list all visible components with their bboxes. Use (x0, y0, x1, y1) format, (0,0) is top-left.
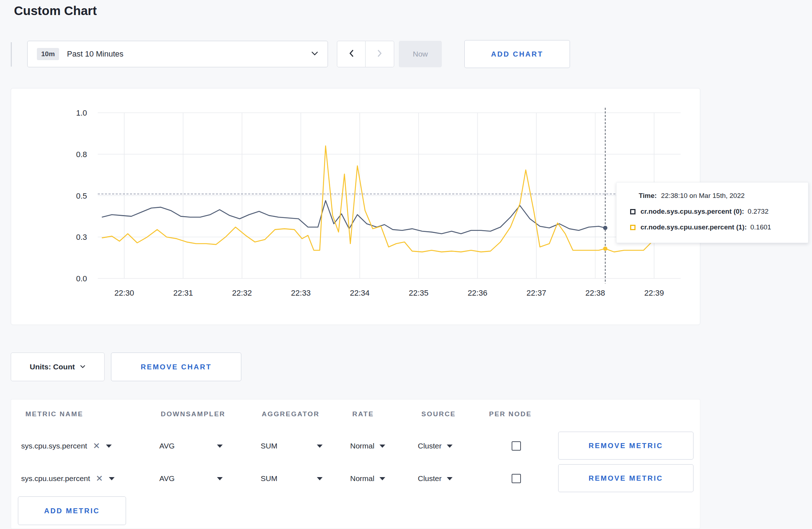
svg-text:22:37: 22:37 (527, 288, 546, 297)
page-title: Custom Chart (14, 4, 97, 18)
metric-name-value: sys.cpu.user.percent (21, 474, 90, 483)
tooltip-series-row: cr.node.sys.cpu.user.percent (1): 0.1601 (617, 223, 808, 231)
rate-value: Normal (350, 442, 374, 450)
downsampler-select[interactable]: AVG (159, 432, 223, 460)
rate-value: Normal (350, 474, 374, 483)
aggregator-select[interactable]: SUM (261, 464, 323, 493)
table-row: sys.cpu.user.percent ✕ AVG SUM Normal Cl… (11, 464, 700, 493)
svg-text:22:38: 22:38 (585, 288, 605, 297)
chart-tooltip: Time: 22:38:10 on Mar 15th, 2022 cr.node… (616, 182, 808, 243)
downsampler-value: AVG (159, 474, 175, 483)
svg-text:0.3: 0.3 (76, 233, 87, 242)
chevron-down-icon (311, 51, 318, 57)
per-node-cell (512, 432, 521, 460)
units-dropdown[interactable]: Units: Count (11, 353, 105, 381)
per-node-checkbox[interactable] (512, 441, 521, 451)
time-range-dropdown[interactable]: 10m Past 10 Minutes (27, 41, 328, 67)
time-next-button[interactable] (366, 41, 394, 67)
caret-down-icon (106, 445, 112, 448)
source-select[interactable]: Cluster (418, 464, 453, 493)
metrics-table: METRIC NAME DOWNSAMPLER AGGREGATOR RATE … (11, 399, 700, 529)
sys-series-swatch-icon (630, 209, 635, 214)
time-range-label: Past 10 Minutes (67, 49, 311, 59)
metric-name-select[interactable]: sys.cpu.user.percent ✕ (21, 464, 115, 493)
svg-text:1.0: 1.0 (76, 108, 87, 117)
clear-metric-icon[interactable]: ✕ (93, 442, 100, 450)
caret-down-icon (380, 445, 385, 448)
svg-text:22:31: 22:31 (173, 288, 193, 297)
col-header-downsampler: DOWNSAMPLER (161, 410, 226, 418)
svg-text:22:30: 22:30 (114, 288, 134, 297)
tooltip-time-value: 22:38:10 on Mar 15th, 2022 (661, 192, 744, 200)
svg-text:0.8: 0.8 (76, 150, 87, 159)
rate-select[interactable]: Normal (350, 464, 385, 493)
tooltip-time-row: Time: 22:38:10 on Mar 15th, 2022 (617, 192, 808, 200)
caret-down-icon (447, 477, 453, 480)
tooltip-sys-label: cr.node.sys.cpu.sys.percent (0): (641, 208, 744, 215)
source-value: Cluster (418, 474, 442, 483)
caret-down-icon (317, 477, 323, 480)
col-header-per-node: PER NODE (489, 410, 532, 418)
chevron-right-icon (377, 49, 382, 59)
chart-svg[interactable]: 0.00.30.50.81.022:3022:3122:3222:3322:34… (11, 88, 700, 325)
custom-chart-page: Custom Chart 10m Past 10 Minutes Now ADD… (0, 0, 812, 529)
rate-select[interactable]: Normal (350, 432, 385, 460)
time-range-badge: 10m (37, 48, 59, 60)
chevron-down-icon (80, 364, 86, 370)
aggregator-value: SUM (261, 474, 277, 483)
caret-down-icon (217, 477, 223, 480)
time-nav-group (337, 41, 394, 67)
caret-down-icon (447, 445, 453, 448)
add-chart-button[interactable]: ADD CHART (464, 40, 570, 68)
chart-panel: 0.00.30.50.81.022:3022:3122:3222:3322:34… (11, 88, 700, 325)
tooltip-time-label: Time: (639, 192, 657, 200)
col-header-rate: RATE (352, 410, 374, 418)
per-node-cell (512, 464, 521, 493)
col-header-aggregator: AGGREGATOR (262, 410, 320, 418)
metric-name-value: sys.cpu.sys.percent (21, 442, 87, 450)
toolbar-divider (11, 42, 12, 67)
table-row: sys.cpu.sys.percent ✕ AVG SUM Normal Clu… (11, 432, 700, 460)
add-metric-button[interactable]: ADD METRIC (18, 496, 126, 525)
user-series-swatch-icon (630, 225, 635, 230)
source-select[interactable]: Cluster (418, 432, 453, 460)
caret-down-icon (109, 477, 115, 480)
metric-name-select[interactable]: sys.cpu.sys.percent ✕ (21, 432, 112, 460)
tooltip-user-label: cr.node.sys.cpu.user.percent (1): (641, 223, 747, 231)
caret-down-icon (380, 477, 385, 480)
remove-metric-button[interactable]: REMOVE METRIC (558, 464, 693, 492)
svg-text:22:35: 22:35 (409, 288, 429, 297)
tooltip-series-row: cr.node.sys.cpu.sys.percent (0): 0.2732 (617, 208, 808, 215)
svg-text:0.0: 0.0 (76, 274, 87, 283)
tooltip-sys-value: 0.2732 (748, 208, 768, 215)
aggregator-select[interactable]: SUM (261, 432, 323, 460)
now-button[interactable]: Now (399, 41, 442, 67)
caret-down-icon (317, 445, 323, 448)
svg-text:22:36: 22:36 (468, 288, 487, 297)
source-value: Cluster (418, 442, 442, 450)
units-label: Units: Count (30, 363, 75, 371)
caret-down-icon (217, 445, 223, 448)
time-prev-button[interactable] (337, 41, 366, 67)
clear-metric-icon[interactable]: ✕ (96, 474, 103, 483)
downsampler-value: AVG (159, 442, 175, 450)
col-header-source: SOURCE (421, 410, 456, 418)
aggregator-value: SUM (261, 442, 277, 450)
col-header-metric-name: METRIC NAME (25, 410, 83, 418)
tooltip-user-value: 0.1601 (750, 223, 771, 231)
svg-text:22:32: 22:32 (232, 288, 252, 297)
remove-metric-button[interactable]: REMOVE METRIC (558, 432, 693, 460)
per-node-checkbox[interactable] (512, 474, 521, 483)
remove-chart-button[interactable]: REMOVE CHART (111, 353, 241, 381)
svg-text:22:39: 22:39 (644, 288, 664, 297)
svg-text:22:33: 22:33 (291, 288, 311, 297)
downsampler-select[interactable]: AVG (159, 464, 223, 493)
svg-text:22:34: 22:34 (350, 288, 369, 297)
chevron-left-icon (349, 49, 354, 59)
svg-text:0.5: 0.5 (76, 191, 87, 200)
